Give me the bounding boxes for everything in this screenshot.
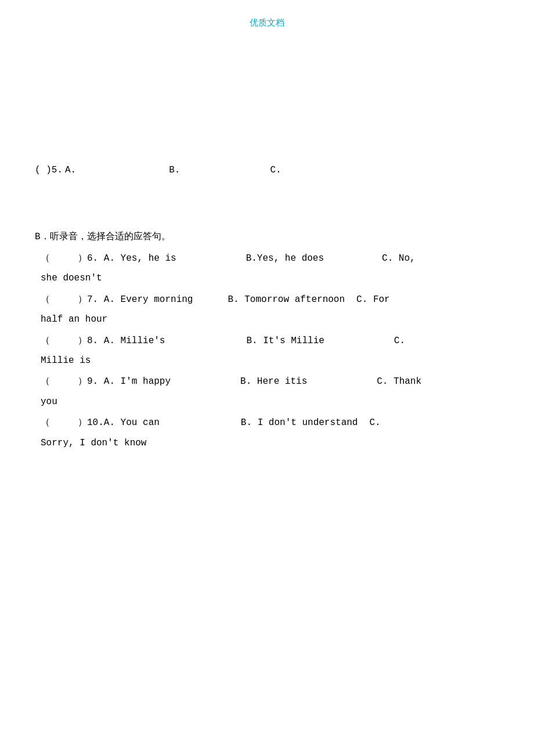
- q10-optionC: C.: [369, 417, 380, 428]
- middle-spacer: [35, 184, 499, 225]
- q6-label: （ ）6.: [41, 253, 104, 264]
- page-container: 优质文档 ( )5. A. B. C. B．听录音，选择合适的应答句。 （ ）6…: [0, 0, 534, 756]
- q5-label: ( )5.: [35, 161, 63, 179]
- q9-optionA: A. I'm happy: [104, 376, 171, 387]
- q8-continuation: Millie is: [41, 355, 91, 366]
- q6-optionC: C. No,: [382, 253, 416, 264]
- q9-optionC: C. Thank: [377, 376, 421, 387]
- q8-optionA: A. Millie's: [104, 336, 165, 346]
- watermark-text: 优质文档: [35, 12, 499, 28]
- q7-optionA: A. Every morning: [104, 294, 193, 305]
- question-10-cont: Sorry, I don't know: [35, 434, 499, 452]
- question-9-cont: you: [35, 393, 499, 411]
- q7-label: （ ）7.: [41, 294, 104, 305]
- q5-optionC: C.: [270, 161, 281, 179]
- q10-optionB: B. I don't understand: [241, 417, 358, 428]
- q9-optionB: B. Here itis: [240, 376, 307, 387]
- q7-continuation: half an hour: [41, 314, 107, 325]
- q8-optionC: C.: [394, 336, 405, 346]
- question-8-row: （ ）8. A. Millie'sB. It's MillieC.: [35, 332, 499, 350]
- question-6-row: （ ）6. A. Yes, he isB.Yes, he doesC. No,: [35, 250, 499, 267]
- q7-optionB: B. Tomorrow afternoon: [228, 294, 345, 305]
- question-6-cont: she doesn't: [35, 269, 499, 287]
- q10-continuation: Sorry, I don't know: [41, 438, 146, 448]
- question-5-row: ( )5. A. B. C.: [35, 161, 499, 179]
- q5-optionB: B.: [169, 161, 180, 179]
- question-7-row: （ ）7. A. Every morningB. Tomorrow aftern…: [35, 291, 499, 308]
- q7-optionC: C. For: [356, 294, 390, 305]
- q10-optionA: A. You can: [104, 417, 160, 428]
- q10-label: （ ）10.: [41, 417, 104, 428]
- q5-optionA: A.: [65, 161, 76, 179]
- question-10-row: （ ）10.A. You canB. I don't understandC.: [35, 414, 499, 431]
- q9-label: （ ）9.: [41, 376, 104, 387]
- top-spacer: [35, 33, 499, 161]
- q6-optionA: A. Yes, he is: [104, 253, 176, 264]
- question-7-cont: half an hour: [35, 311, 499, 328]
- q8-optionB: B. It's Millie: [246, 336, 324, 346]
- q8-label: （ ）8.: [41, 336, 104, 346]
- question-9-row: （ ）9. A. I'm happyB. Here itisC. Thank: [35, 373, 499, 390]
- section-b-title: B．听录音，选择合适的应答句。: [35, 231, 499, 243]
- question-8-cont: Millie is: [35, 352, 499, 369]
- q6-continuation: she doesn't: [41, 273, 102, 283]
- q9-continuation: you: [41, 397, 57, 407]
- q6-optionB: B.Yes, he does: [246, 253, 324, 264]
